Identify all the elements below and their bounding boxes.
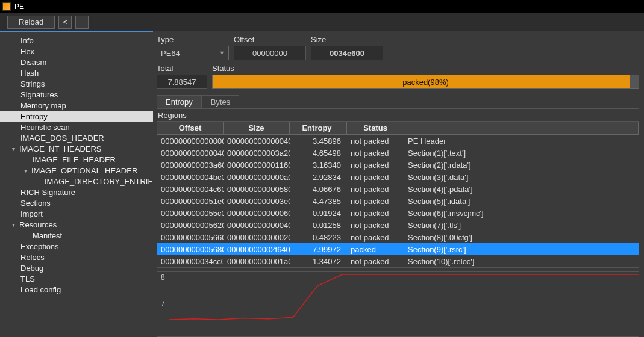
cell: 0000000000051e00 [157, 197, 224, 206]
cell: 0000000000003e00 [224, 197, 290, 206]
cell: not packed [347, 149, 404, 158]
tree-item-label: Hash [20, 69, 39, 78]
cell: 000000000004bc00 [157, 173, 224, 182]
table-row[interactable]: 000000000000000000000000000004003.45896n… [157, 135, 639, 147]
tab-entropy[interactable]: Entropy [157, 95, 202, 108]
table-row[interactable]: 000000000005680000000000002f64007.99972p… [157, 243, 639, 255]
tree-item[interactable]: RICH Signature [0, 187, 153, 197]
cell: not packed [347, 221, 404, 230]
col-status[interactable]: Status [347, 122, 404, 134]
square-button[interactable] [75, 16, 89, 29]
tree-item[interactable]: IMAGE_DIRECTORY_ENTRIES [0, 176, 153, 187]
tree-item-label: IMAGE_DIRECTORY_ENTRIES [45, 177, 153, 186]
tree-item-label: Manifest [33, 231, 62, 240]
tree-item[interactable]: ▾IMAGE_NT_HEADERS [0, 143, 153, 154]
tree-item-label: Hex [20, 47, 34, 56]
table-row[interactable]: 0000000000055c0000000000000006000.91924n… [157, 207, 639, 219]
tree-item[interactable]: Exceptions [0, 241, 153, 252]
tree-item-label: IMAGE_OPTIONAL_HEADER [31, 166, 137, 175]
cell: 4.65498 [290, 149, 347, 158]
tree-item[interactable]: Sections [0, 197, 153, 208]
col-entropy[interactable]: Entropy [290, 122, 347, 134]
cell: Section(2)['.rdata'] [404, 161, 639, 170]
tree-item[interactable]: Entropy [0, 111, 153, 122]
cell: 0000000000001a00 [224, 257, 290, 266]
tree-item[interactable]: TLS [0, 273, 153, 284]
back-button[interactable]: < [58, 16, 72, 29]
table-row[interactable]: 000000000005620000000000000004000.01258n… [157, 219, 639, 231]
cell: 0000000000005800 [224, 185, 290, 194]
tree-item[interactable]: Memory map [0, 100, 153, 111]
tree-item[interactable]: Strings [0, 78, 153, 89]
expand-icon: ▾ [12, 146, 19, 152]
tree-item[interactable]: Disasm [0, 57, 153, 67]
tree-item-label: RICH Signature [20, 188, 75, 197]
cell: Section(10)['.reloc'] [404, 257, 639, 266]
table-row[interactable]: 000000000004bc000000000000000a002.92834n… [157, 171, 639, 183]
reload-button[interactable]: Reload [7, 16, 55, 29]
tree-item[interactable]: Signatures [0, 89, 153, 100]
cell: 0000000000000400 [224, 221, 290, 230]
col-desc [404, 122, 639, 134]
ytick-8: 8 [161, 273, 165, 282]
chevron-down-icon: ▼ [219, 50, 225, 56]
tree-item[interactable]: Heuristic scan [0, 122, 153, 132]
col-offset[interactable]: Offset [157, 122, 224, 134]
offset-label: Offset [234, 35, 306, 44]
tree-item-label: TLS [20, 274, 35, 283]
table-row[interactable]: 000000000004c60000000000000058004.06676n… [157, 183, 639, 195]
type-label: Type [157, 35, 229, 44]
size-label: Size [311, 35, 383, 44]
type-combo[interactable]: PE64 ▼ [157, 46, 229, 60]
table-row[interactable]: 0000000000000400000000000003a2004.65498n… [157, 147, 639, 159]
tree-item-label: Relocs [20, 253, 45, 262]
app-icon [2, 2, 11, 11]
cell: Section(3)['.data'] [404, 173, 639, 182]
regions-table: Offset Size Entropy Status 0000000000000… [157, 121, 639, 268]
tree-item[interactable]: ▾Resources [0, 219, 153, 230]
tree-item[interactable]: ▾IMAGE_OPTIONAL_HEADER [0, 165, 153, 176]
cell: 00000000002f6400 [224, 245, 290, 254]
tree-item[interactable]: IMAGE_DOS_HEADER [0, 132, 153, 143]
cell: 000000000003a200 [224, 149, 290, 158]
cell: 2.92834 [290, 173, 347, 182]
tree-item-label: Heuristic scan [20, 123, 70, 132]
expand-icon: ▾ [12, 221, 19, 228]
table-row[interactable]: 000000000034cc000000000000001a001.34072n… [157, 255, 639, 267]
table-row[interactable]: 000000000003a60000000000000116003.16340n… [157, 159, 639, 171]
tree-item-label: Exceptions [20, 242, 59, 251]
tree-item[interactable]: Import [0, 208, 153, 219]
size-value: 0034e600 [311, 46, 383, 60]
tree-item[interactable]: Relocs [0, 252, 153, 262]
tree-item[interactable]: IMAGE_FILE_HEADER [0, 154, 153, 165]
tree-item[interactable]: Debug [0, 262, 153, 273]
tree-item-label: Signatures [20, 90, 58, 99]
type-value: PE64 [161, 49, 180, 58]
regions-label: Regions [158, 111, 639, 120]
tree-item[interactable]: Load config [0, 284, 153, 295]
cell: not packed [347, 173, 404, 182]
cell: 3.45896 [290, 137, 347, 146]
cell: 0.01258 [290, 221, 347, 230]
table-row[interactable]: 000000000005660000000000000002000.48223n… [157, 231, 639, 243]
cell: 1.34072 [290, 257, 347, 266]
status-text: packed(98%) [402, 78, 449, 87]
cell: 4.06676 [290, 185, 347, 194]
tree-item[interactable]: Info [0, 35, 153, 46]
total-label: Total [157, 64, 207, 73]
tree-item-label: Resources [19, 220, 57, 229]
cell: 0000000000000000 [157, 137, 224, 146]
tab-bytes[interactable]: Bytes [202, 95, 240, 108]
cell: packed [347, 245, 404, 254]
tree-item[interactable]: Hash [0, 67, 153, 78]
ytick-7: 7 [161, 300, 165, 308]
cell: Section(1)['.text'] [404, 149, 639, 158]
tree-item-label: Entropy [20, 112, 48, 121]
table-row[interactable]: 0000000000051e000000000000003e004.47385n… [157, 195, 639, 207]
expand-icon: ▾ [24, 167, 31, 174]
cell: 0000000000000400 [157, 149, 224, 158]
tree-item[interactable]: Hex [0, 46, 153, 57]
tree-item[interactable]: Manifest [0, 230, 153, 241]
cell: not packed [347, 233, 404, 242]
col-size[interactable]: Size [224, 122, 290, 134]
